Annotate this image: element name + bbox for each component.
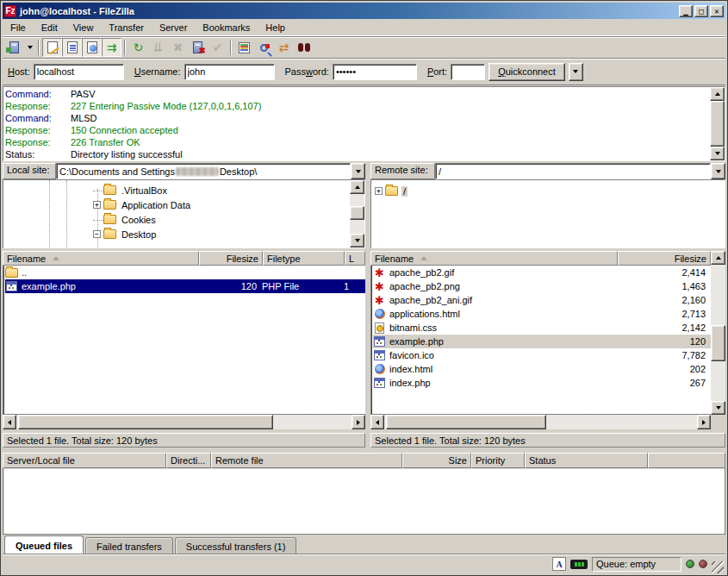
queue-column-priority[interactable]: Priority xyxy=(471,453,525,468)
password-input[interactable] xyxy=(333,64,417,80)
quickconnect-button[interactable]: Quickconnect xyxy=(488,63,565,81)
refresh-button[interactable]: ↻ xyxy=(128,38,148,57)
column-header-filesize[interactable]: Filesize xyxy=(199,251,263,266)
scroll-right-button[interactable] xyxy=(697,415,711,429)
file-row-selected[interactable]: example.php120 xyxy=(373,335,711,348)
html-file-icon xyxy=(375,309,385,319)
quickconnect-dropdown[interactable] xyxy=(569,63,583,81)
toggle-transfer-queue-button[interactable]: ⇉ xyxy=(102,38,121,57)
local-file-list[interactable]: .. example.php 120 PHP File 1 xyxy=(3,266,365,415)
queue-column-remote-file[interactable]: Remote file xyxy=(211,453,402,468)
remote-vertical-scrollbar[interactable] xyxy=(711,251,725,429)
scroll-right-button[interactable] xyxy=(352,415,365,429)
tree-item-cookies[interactable]: Cookies xyxy=(93,212,158,227)
remote-path[interactable]: / xyxy=(435,163,711,179)
menu-view[interactable]: View xyxy=(65,21,102,34)
menu-bookmarks[interactable]: Bookmarks xyxy=(195,21,258,34)
scroll-down-button[interactable] xyxy=(710,147,725,160)
local-directory-tree[interactable]: .VirtualBox +Application Data Cookies −D… xyxy=(3,180,350,247)
scroll-down-button[interactable] xyxy=(711,401,725,415)
filter-button[interactable] xyxy=(254,38,274,57)
remote-site-combo[interactable]: / xyxy=(435,163,725,179)
close-button[interactable]: ✕ xyxy=(710,5,724,17)
expand-plus-icon[interactable]: + xyxy=(93,201,101,209)
tree-item-application-data[interactable]: +Application Data xyxy=(93,197,192,212)
file-row-example-php[interactable]: example.php 120 PHP File 1 xyxy=(5,279,365,293)
expand-plus-icon[interactable]: + xyxy=(375,187,383,195)
scroll-left-button[interactable] xyxy=(3,415,16,429)
site-manager-button[interactable] xyxy=(4,38,24,57)
abort-button[interactable]: ✔ xyxy=(208,38,227,57)
column-header-filesize[interactable]: Filesize xyxy=(618,251,711,266)
speed-limits-icon[interactable] xyxy=(570,560,588,569)
collapse-minus-icon[interactable]: − xyxy=(93,230,101,238)
scroll-up-button[interactable] xyxy=(710,87,725,101)
data-type-ascii-icon[interactable]: A xyxy=(552,557,566,571)
toggle-remote-tree-button[interactable] xyxy=(82,38,102,57)
scroll-up-button[interactable] xyxy=(711,251,725,265)
host-input[interactable] xyxy=(34,64,124,80)
menu-edit[interactable]: Edit xyxy=(34,21,65,34)
queue-column-server-local-file[interactable]: Server/Local file xyxy=(3,453,166,468)
file-row[interactable]: ✱apache_pb2.gif2,414 xyxy=(373,266,711,279)
scroll-left-button[interactable] xyxy=(370,415,384,429)
remote-file-list[interactable]: ✱apache_pb2.gif2,414 ✱apache_pb2.png1,46… xyxy=(370,266,711,415)
remote-path-dropdown[interactable] xyxy=(711,163,725,179)
queue-list[interactable] xyxy=(3,468,725,535)
resize-grip[interactable] xyxy=(712,561,724,573)
scroll-down-button[interactable] xyxy=(350,234,364,247)
column-header-last-modified[interactable]: L xyxy=(345,251,365,266)
tree-item-root[interactable]: +/ xyxy=(375,184,408,198)
file-row[interactable]: bitnami.css2,142 xyxy=(373,321,711,335)
file-search-button[interactable] xyxy=(294,38,314,57)
local-site-combo[interactable]: C:\Documents and SettingsDesktop\ xyxy=(56,163,365,179)
column-header-filename[interactable]: Filename xyxy=(370,251,618,266)
remote-directory-tree[interactable]: +/ xyxy=(371,180,725,247)
site-manager-dropdown[interactable] xyxy=(24,38,35,57)
disconnect-button[interactable]: ✖ xyxy=(188,38,208,57)
menu-transfer[interactable]: Transfer xyxy=(101,21,152,34)
tree-item-desktop[interactable]: −Desktop xyxy=(93,227,158,241)
cancel-operation-button[interactable]: ✖ xyxy=(168,38,188,57)
file-row[interactable]: index.html202 xyxy=(373,362,711,376)
file-row[interactable]: applications.html2,713 xyxy=(373,307,711,321)
scroll-up-button[interactable] xyxy=(350,180,364,194)
toggle-local-tree-button[interactable] xyxy=(62,38,82,57)
username-input[interactable] xyxy=(184,64,275,80)
log-scrollbar[interactable] xyxy=(710,87,725,160)
file-row-parent[interactable]: .. xyxy=(5,266,365,279)
maximize-button[interactable]: □ xyxy=(694,5,708,17)
menu-help[interactable]: Help xyxy=(258,21,293,34)
tab-successful-transfers[interactable]: Successful transfers (1) xyxy=(175,537,297,554)
remote-horizontal-scrollbar[interactable] xyxy=(370,415,711,429)
file-row[interactable]: ✱apache_pb2.png1,463 xyxy=(373,279,711,293)
scroll-thumb[interactable] xyxy=(350,206,364,220)
column-header-filename[interactable]: Filename xyxy=(3,251,199,266)
tab-failed-transfers[interactable]: Failed transfers xyxy=(85,537,173,554)
menu-file[interactable]: File xyxy=(3,21,34,34)
file-row[interactable]: index.php267 xyxy=(373,376,711,390)
column-header-filetype[interactable]: Filetype xyxy=(263,251,345,266)
queue-column-direction[interactable]: Directi... xyxy=(166,453,211,468)
file-row[interactable]: favicon.ico7,782 xyxy=(373,348,711,362)
file-row[interactable]: ✱apache_pb2_ani.gif2,160 xyxy=(373,293,711,307)
local-tree-scrollbar[interactable] xyxy=(350,180,364,247)
process-queue-button[interactable]: ⇊ xyxy=(148,38,168,57)
scroll-thumb[interactable] xyxy=(711,325,725,361)
tree-item-virtualbox[interactable]: .VirtualBox xyxy=(93,183,169,197)
local-path-dropdown[interactable] xyxy=(351,163,365,179)
minimize-button[interactable]: ▁ xyxy=(679,5,693,17)
menu-server[interactable]: Server xyxy=(152,21,195,34)
synchronized-browsing-button[interactable]: ⇄ xyxy=(274,38,294,57)
local-horizontal-scrollbar[interactable] xyxy=(3,415,365,429)
toggle-message-log-button[interactable] xyxy=(42,38,62,57)
queue-column-size[interactable]: Size xyxy=(402,453,471,468)
scroll-thumb[interactable] xyxy=(18,415,273,429)
queue-column-status[interactable]: Status xyxy=(525,453,648,468)
scroll-thumb[interactable] xyxy=(710,101,725,147)
port-input[interactable] xyxy=(451,64,485,80)
local-path[interactable]: C:\Documents and SettingsDesktop\ xyxy=(56,163,351,179)
directory-comparison-button[interactable] xyxy=(234,38,254,57)
scroll-thumb[interactable] xyxy=(386,415,546,429)
tab-queued-files[interactable]: Queued files xyxy=(4,535,84,554)
